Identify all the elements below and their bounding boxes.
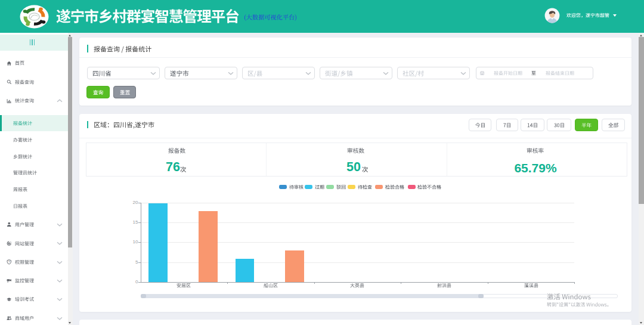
svg-text:?: ?: [8, 261, 10, 264]
